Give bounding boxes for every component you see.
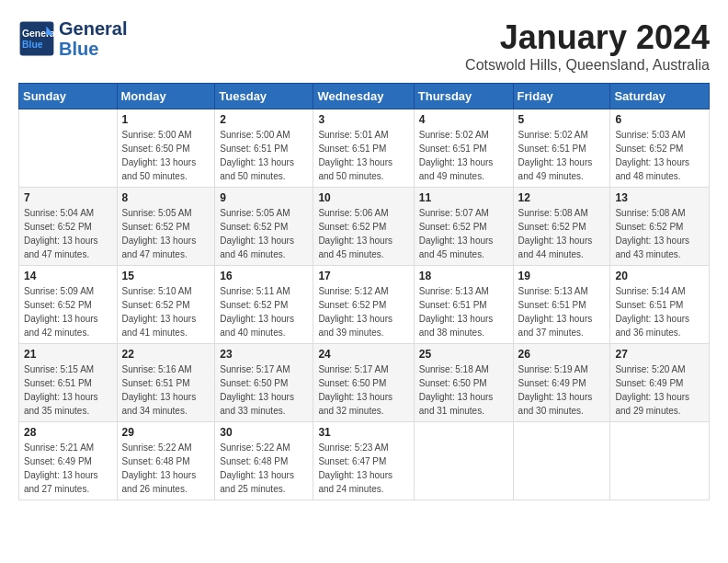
day-info: Sunrise: 5:15 AM Sunset: 6:51 PM Dayligh… (24, 362, 112, 418)
weekday-header-saturday: Saturday (610, 84, 710, 109)
calendar-table: SundayMondayTuesdayWednesdayThursdayFrid… (18, 83, 710, 500)
weekday-header-row: SundayMondayTuesdayWednesdayThursdayFrid… (19, 84, 710, 109)
day-cell: 10Sunrise: 5:06 AM Sunset: 6:52 PM Dayli… (313, 188, 414, 266)
day-info: Sunrise: 5:02 AM Sunset: 6:51 PM Dayligh… (419, 128, 508, 183)
day-info: Sunrise: 5:16 AM Sunset: 6:51 PM Dayligh… (122, 362, 210, 418)
day-cell: 14Sunrise: 5:09 AM Sunset: 6:52 PM Dayli… (19, 266, 118, 344)
day-info: Sunrise: 5:08 AM Sunset: 6:52 PM Dayligh… (518, 206, 606, 261)
day-number: 18 (419, 270, 508, 282)
month-title: January 2024 (465, 18, 710, 57)
day-number: 19 (518, 270, 606, 282)
day-number: 20 (615, 270, 704, 282)
day-cell: 16Sunrise: 5:11 AM Sunset: 6:52 PM Dayli… (215, 266, 313, 344)
day-cell: 26Sunrise: 5:19 AM Sunset: 6:49 PM Dayli… (513, 344, 610, 422)
day-info: Sunrise: 5:13 AM Sunset: 6:51 PM Dayligh… (419, 284, 508, 339)
day-info: Sunrise: 5:19 AM Sunset: 6:49 PM Dayligh… (518, 362, 606, 418)
day-number: 27 (615, 348, 704, 361)
day-cell: 4Sunrise: 5:02 AM Sunset: 6:51 PM Daylig… (414, 109, 513, 188)
day-info: Sunrise: 5:20 AM Sunset: 6:49 PM Dayligh… (615, 362, 704, 418)
day-info: Sunrise: 5:11 AM Sunset: 6:52 PM Dayligh… (220, 284, 308, 339)
day-cell: 6Sunrise: 5:03 AM Sunset: 6:52 PM Daylig… (610, 109, 710, 188)
day-number: 21 (24, 348, 112, 361)
logo-icon: General Blue (18, 20, 55, 57)
weekday-header-friday: Friday (513, 84, 610, 109)
weekday-header-monday: Monday (117, 84, 215, 109)
day-number: 17 (318, 270, 408, 282)
day-cell: 31Sunrise: 5:23 AM Sunset: 6:47 PM Dayli… (313, 422, 414, 500)
day-number: 16 (220, 270, 308, 282)
day-number: 6 (615, 113, 704, 126)
day-info: Sunrise: 5:06 AM Sunset: 6:52 PM Dayligh… (318, 206, 408, 261)
day-number: 30 (220, 426, 308, 439)
day-number: 14 (24, 270, 112, 282)
weekday-header-wednesday: Wednesday (313, 84, 414, 109)
day-number: 23 (220, 348, 308, 361)
day-info: Sunrise: 5:10 AM Sunset: 6:52 PM Dayligh… (122, 284, 210, 339)
day-cell: 15Sunrise: 5:10 AM Sunset: 6:52 PM Dayli… (117, 266, 215, 344)
day-cell: 24Sunrise: 5:17 AM Sunset: 6:50 PM Dayli… (313, 344, 414, 422)
day-info: Sunrise: 5:00 AM Sunset: 6:50 PM Dayligh… (122, 128, 210, 183)
day-cell: 7Sunrise: 5:04 AM Sunset: 6:52 PM Daylig… (19, 188, 118, 266)
day-number: 4 (419, 113, 508, 126)
day-cell: 22Sunrise: 5:16 AM Sunset: 6:51 PM Dayli… (117, 344, 215, 422)
day-number: 24 (318, 348, 408, 361)
day-cell (19, 109, 118, 188)
logo-general: General (59, 18, 127, 39)
day-cell: 5Sunrise: 5:02 AM Sunset: 6:51 PM Daylig… (513, 109, 610, 188)
day-cell: 17Sunrise: 5:12 AM Sunset: 6:52 PM Dayli… (313, 266, 414, 344)
day-number: 22 (122, 348, 210, 361)
day-info: Sunrise: 5:08 AM Sunset: 6:52 PM Dayligh… (615, 206, 704, 261)
day-number: 1 (122, 113, 210, 126)
day-number: 2 (220, 113, 308, 126)
day-number: 11 (419, 191, 508, 204)
day-cell (610, 422, 710, 500)
day-info: Sunrise: 5:05 AM Sunset: 6:52 PM Dayligh… (122, 206, 210, 261)
logo: General Blue General Blue (18, 18, 127, 59)
day-info: Sunrise: 5:01 AM Sunset: 6:51 PM Dayligh… (318, 128, 408, 183)
week-row-1: 1Sunrise: 5:00 AM Sunset: 6:50 PM Daylig… (19, 109, 710, 188)
day-cell: 11Sunrise: 5:07 AM Sunset: 6:52 PM Dayli… (414, 188, 513, 266)
day-info: Sunrise: 5:14 AM Sunset: 6:51 PM Dayligh… (615, 284, 704, 339)
weekday-header-sunday: Sunday (19, 84, 118, 109)
day-info: Sunrise: 5:12 AM Sunset: 6:52 PM Dayligh… (318, 284, 408, 339)
day-cell: 20Sunrise: 5:14 AM Sunset: 6:51 PM Dayli… (610, 266, 710, 344)
day-info: Sunrise: 5:22 AM Sunset: 6:48 PM Dayligh… (122, 441, 210, 496)
day-info: Sunrise: 5:00 AM Sunset: 6:51 PM Dayligh… (220, 128, 308, 183)
day-number: 29 (122, 426, 210, 439)
day-number: 31 (318, 426, 408, 439)
day-info: Sunrise: 5:17 AM Sunset: 6:50 PM Dayligh… (220, 362, 308, 418)
day-cell: 18Sunrise: 5:13 AM Sunset: 6:51 PM Dayli… (414, 266, 513, 344)
day-cell: 25Sunrise: 5:18 AM Sunset: 6:50 PM Dayli… (414, 344, 513, 422)
day-number: 12 (518, 191, 606, 204)
calendar-header: SundayMondayTuesdayWednesdayThursdayFrid… (19, 84, 710, 109)
day-cell: 8Sunrise: 5:05 AM Sunset: 6:52 PM Daylig… (117, 188, 215, 266)
day-cell: 21Sunrise: 5:15 AM Sunset: 6:51 PM Dayli… (19, 344, 118, 422)
location-title: Cotswold Hills, Queensland, Australia (465, 57, 710, 74)
day-number: 13 (615, 191, 704, 204)
weekday-header-thursday: Thursday (414, 84, 513, 109)
day-cell: 23Sunrise: 5:17 AM Sunset: 6:50 PM Dayli… (215, 344, 313, 422)
day-cell: 28Sunrise: 5:21 AM Sunset: 6:49 PM Dayli… (19, 422, 118, 500)
day-info: Sunrise: 5:05 AM Sunset: 6:52 PM Dayligh… (220, 206, 308, 261)
svg-text:Blue: Blue (22, 40, 43, 50)
day-number: 25 (419, 348, 508, 361)
day-cell: 9Sunrise: 5:05 AM Sunset: 6:52 PM Daylig… (215, 188, 313, 266)
day-number: 10 (318, 191, 408, 204)
day-info: Sunrise: 5:18 AM Sunset: 6:50 PM Dayligh… (419, 362, 508, 418)
day-cell: 2Sunrise: 5:00 AM Sunset: 6:51 PM Daylig… (215, 109, 313, 188)
weekday-header-tuesday: Tuesday (215, 84, 313, 109)
title-area: January 2024 Cotswold Hills, Queensland,… (465, 18, 710, 74)
day-cell (513, 422, 610, 500)
day-number: 28 (24, 426, 112, 439)
day-cell: 19Sunrise: 5:13 AM Sunset: 6:51 PM Dayli… (513, 266, 610, 344)
day-number: 8 (122, 191, 210, 204)
week-row-5: 28Sunrise: 5:21 AM Sunset: 6:49 PM Dayli… (19, 422, 710, 500)
calendar-body: 1Sunrise: 5:00 AM Sunset: 6:50 PM Daylig… (19, 109, 710, 500)
day-cell (414, 422, 513, 500)
day-cell: 3Sunrise: 5:01 AM Sunset: 6:51 PM Daylig… (313, 109, 414, 188)
day-info: Sunrise: 5:13 AM Sunset: 6:51 PM Dayligh… (518, 284, 606, 339)
week-row-2: 7Sunrise: 5:04 AM Sunset: 6:52 PM Daylig… (19, 188, 710, 266)
svg-rect-0 (20, 22, 54, 56)
day-cell: 13Sunrise: 5:08 AM Sunset: 6:52 PM Dayli… (610, 188, 710, 266)
logo-blue: Blue (59, 39, 127, 59)
